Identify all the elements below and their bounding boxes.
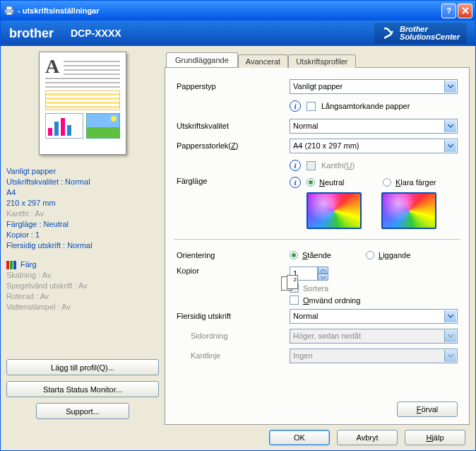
borderline-select: Ingen: [290, 348, 458, 363]
solutions-center-button[interactable]: BrotherSolutionsCenter: [374, 23, 467, 44]
orientation-portrait-radio[interactable]: [290, 251, 298, 259]
help-button[interactable]: Hjälp: [405, 430, 465, 445]
summary-mirror: Spegelvänd utskrift : Av: [6, 281, 159, 291]
printer-icon: [4, 5, 15, 16]
svg-rect-4: [10, 261, 13, 269]
multipage-label: Flersidig utskrift: [177, 312, 290, 320]
info-icon[interactable]: i: [290, 177, 301, 188]
copies-spin-up[interactable]: [318, 266, 328, 274]
orientation-portrait-label: Stående: [302, 251, 331, 259]
titlebar-help-button[interactable]: ?: [441, 4, 456, 18]
tabs: Grundläggande Avancerat Utskriftsprofile…: [165, 52, 470, 67]
papersize-label: Pappersstorlek(Z): [177, 141, 290, 150]
summary-papertype: Vanligt papper: [6, 166, 159, 177]
tab-profiles[interactable]: Utskriftsprofiler: [288, 54, 355, 68]
summary-size-name: A4: [6, 187, 159, 198]
orientation-landscape-radio[interactable]: [366, 251, 374, 259]
status-monitor-button[interactable]: Starta Status Monitor...: [6, 381, 159, 397]
pageorder-label: Sidordning: [191, 332, 290, 340]
chevron-down-icon: [321, 276, 326, 279]
summary-rotated: Roterad : Av: [6, 291, 159, 302]
window-title: - utskriftsinställningar: [18, 6, 100, 15]
colormode-vivid-thumb[interactable]: [381, 192, 436, 229]
basic-panel: Papperstyp Vanligt papper i Långsamtorka…: [165, 67, 470, 425]
summary-multipage: Flersidig utskrift : Normal: [6, 240, 159, 251]
summary-size-dim: 210 x 297 mm: [6, 198, 159, 209]
chevron-up-icon: [321, 269, 326, 272]
support-button[interactable]: Support...: [36, 403, 129, 419]
papersize-select[interactable]: A4 (210 x 297 mm): [290, 139, 458, 153]
quality-label: Utskriftskvalitet: [177, 122, 290, 130]
pageorder-select: Höger, sedan nedåt: [290, 329, 458, 344]
summary-watermark: Vattenstämpel : Av: [6, 302, 159, 312]
borderless-checkbox[interactable]: [307, 161, 316, 170]
chevron-down-icon: [444, 350, 456, 362]
summary-borderless: Kantfri : Av: [6, 209, 159, 219]
borderline-label: Kantlinje: [191, 351, 290, 360]
orientation-label: Orientering: [177, 251, 290, 259]
chevron-down-icon: [444, 120, 456, 132]
colormode-vivid-radio[interactable]: [383, 178, 391, 187]
chevron-down-icon: [444, 310, 456, 322]
copies-label: Kopior: [177, 266, 290, 275]
ok-button[interactable]: OK: [269, 430, 330, 445]
cancel-button[interactable]: Avbryt: [337, 430, 398, 445]
copies-spin-down[interactable]: [318, 274, 328, 281]
colormode-neutral-radio[interactable]: [307, 178, 315, 187]
model-name: DCP-XXXX: [71, 28, 121, 39]
close-icon: [462, 7, 469, 14]
info-icon[interactable]: i: [290, 100, 301, 112]
sc-line2: SolutionsCenter: [400, 33, 460, 41]
borderless-label: Kantfri(U): [321, 161, 355, 170]
tab-basic[interactable]: Grundläggande: [166, 52, 238, 67]
orientation-landscape-label: Liggande: [379, 251, 410, 259]
divider: [174, 239, 460, 240]
svg-rect-2: [6, 12, 12, 15]
summary-copies: Kopior : 1: [6, 230, 159, 240]
summary-quality: Utskriftskvalitet : Normal: [6, 177, 159, 187]
colormode-label: Färgläge: [177, 177, 290, 185]
summary-info: Vanligt papper Utskriftskvalitet : Norma…: [6, 166, 159, 312]
defaults-button[interactable]: Förval: [397, 402, 458, 417]
svg-rect-3: [6, 261, 9, 269]
reverse-order-checkbox[interactable]: [290, 295, 299, 305]
titlebar-close-button[interactable]: [458, 4, 472, 18]
papertype-label: Papperstyp: [177, 82, 290, 90]
svg-rect-5: [13, 261, 16, 269]
summary-scaling: Skalning : Av: [6, 270, 159, 281]
chevron-down-icon: [444, 81, 456, 93]
quality-select[interactable]: Normal: [290, 119, 458, 134]
reverse-order-label: Omvänd ordning: [303, 296, 360, 305]
papertype-select[interactable]: Vanligt papper: [290, 79, 458, 94]
chevron-down-icon: [444, 140, 456, 152]
info-icon[interactable]: i: [290, 160, 301, 171]
summary-color: Färg: [20, 259, 37, 270]
colormode-neutral-thumb[interactable]: [307, 192, 362, 229]
solutions-center-icon: [381, 26, 395, 40]
tab-advanced[interactable]: Avancerat: [238, 54, 288, 68]
slowdry-label: Långsamtorkande papper: [321, 102, 410, 110]
collate-icon: 12: [281, 275, 302, 291]
colormode-vivid-label: Klara färger: [395, 178, 436, 187]
left-panel: A Vanligt papper Utskriftskvalitet : Nor…: [6, 52, 159, 425]
brand-bar: brother DCP-XXXX BrotherSolutionsCenter: [1, 20, 475, 46]
print-settings-window: - utskriftsinställningar ? brother DCP-X…: [0, 0, 476, 451]
svg-rect-1: [6, 6, 12, 10]
color-icon: [6, 261, 16, 269]
colormode-neutral-label: Neutral: [319, 178, 344, 187]
slowdry-checkbox[interactable]: [307, 102, 316, 111]
brand-logo: brother: [9, 26, 54, 41]
multipage-select[interactable]: Normal: [290, 309, 458, 324]
dialog-footer: OK Avbryt Hjälp: [1, 425, 475, 450]
summary-colormode: Färgläge : Neutral: [6, 219, 159, 230]
collate-label: Sortera: [303, 284, 328, 293]
titlebar: - utskriftsinställningar ?: [1, 1, 475, 20]
add-profile-button[interactable]: Lägg till profil(Q)...: [6, 359, 159, 375]
page-preview: A: [39, 52, 126, 155]
chevron-down-icon: [444, 330, 456, 342]
